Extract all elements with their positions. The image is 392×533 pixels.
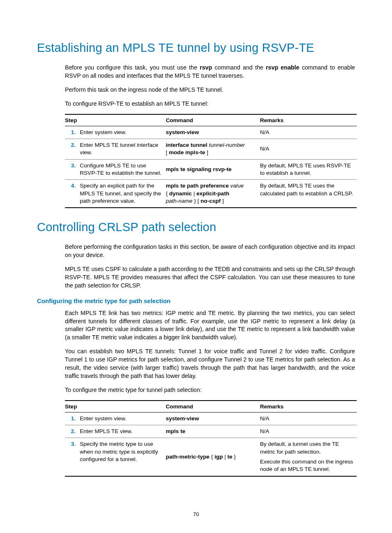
col-header-step: Step xyxy=(65,114,166,126)
cmd-text: [ xyxy=(166,149,169,155)
section-heading-crlsp: Controlling CRLSP path selection xyxy=(37,220,355,234)
step-number: 1. xyxy=(65,126,80,139)
step-desc: Enter system view. xyxy=(80,412,166,425)
step-command: system-view xyxy=(166,126,260,139)
step-desc: Specify the metric type to use when no m… xyxy=(80,438,166,476)
step-desc: Enter MPLS TE view. xyxy=(80,425,166,438)
cmd-keyword: mode mpls-te xyxy=(169,149,205,155)
remark-text: Execute this command on the ingress node… xyxy=(260,459,353,472)
paragraph: MPLS TE uses CSPF to calculate a path ac… xyxy=(65,265,355,290)
cmd-text: ] xyxy=(205,149,208,155)
table-header-row: Step Command Remarks xyxy=(65,114,357,126)
paragraph: To configure the metric type for tunnel … xyxy=(65,386,355,394)
metric-type-steps-table: Step Command Remarks 1. Enter system vie… xyxy=(65,400,357,477)
cmd-text: } [ xyxy=(192,198,201,204)
cmd-keyword: dynamic xyxy=(169,190,192,197)
remark-text: By default, a tunnel uses the TE metric … xyxy=(260,441,339,454)
command-name: rsvp enable xyxy=(266,64,299,71)
paragraph: You can establish two MPLS TE tunnels: T… xyxy=(65,348,355,380)
step-number: 4. xyxy=(65,180,80,208)
text: command and the xyxy=(212,64,266,71)
cmd-text: { xyxy=(210,454,214,460)
cmd-arg: path-name xyxy=(166,198,192,204)
step-command: mpls te path preference value { dynamic … xyxy=(166,180,260,208)
step-remarks: By default, MPLS TE uses the calculated … xyxy=(260,180,357,208)
cmd-text: | xyxy=(223,454,227,460)
table-row: 1. Enter system view. system-view N/A xyxy=(65,126,357,139)
col-header-command: Command xyxy=(166,401,260,412)
step-desc: Enter MPLS TE tunnel interface view. xyxy=(80,139,166,159)
step-command: mpls te xyxy=(166,425,260,438)
step-number: 3. xyxy=(65,159,80,180)
col-header-command: Command xyxy=(166,114,260,126)
col-header-step: Step xyxy=(65,401,166,412)
paragraph: To configure RSVP-TE to establish an MPL… xyxy=(65,100,355,108)
step-command: mpls te signaling rsvp-te xyxy=(166,159,260,180)
table-header-row: Step Command Remarks xyxy=(65,401,357,412)
command-name: rsvp xyxy=(200,64,212,71)
section-heading-rsvp-te: Establishing an MPLS TE tunnel by using … xyxy=(37,41,355,55)
step-command: path-metric-type { igp | te } xyxy=(166,438,260,476)
step-command: interface tunnel tunnel-number [ mode mp… xyxy=(166,139,260,159)
step-remarks: N/A xyxy=(260,139,357,159)
cmd-keyword: interface tunnel xyxy=(166,142,209,148)
step-number: 3. xyxy=(65,438,80,476)
step-desc: Enter system view. xyxy=(80,126,166,139)
col-header-remarks: Remarks xyxy=(260,114,357,126)
table-row: 3. Configure MPLS TE to use RSVP-TE to e… xyxy=(65,159,357,180)
cmd-text: ] xyxy=(221,198,224,204)
step-command: system-view xyxy=(166,412,260,425)
cmd-keyword: te xyxy=(227,454,232,460)
cmd-text: | xyxy=(192,190,196,197)
text: Before you configure this task, you must… xyxy=(65,64,200,71)
step-remarks: N/A xyxy=(260,126,357,139)
cmd-keyword: path-metric-type xyxy=(166,454,210,460)
table-row: 1. Enter system view. system-view N/A xyxy=(65,412,357,425)
col-header-remarks: Remarks xyxy=(260,401,357,412)
step-desc: Configure MPLS TE to use RSVP-TE to esta… xyxy=(80,159,166,180)
step-remarks: N/A xyxy=(260,425,357,438)
cmd-text: { xyxy=(166,190,169,197)
cmd-arg: value xyxy=(231,183,244,189)
step-desc: Specify an explicit path for the MPLS TE… xyxy=(80,180,166,208)
step-number: 2. xyxy=(65,425,80,438)
table-row: 3. Specify the metric type to use when n… xyxy=(65,438,357,476)
cmd-keyword: no-cspf xyxy=(201,198,221,204)
step-remarks: N/A xyxy=(260,412,357,425)
cmd-keyword: explicit-path xyxy=(196,190,229,197)
cmd-text: } xyxy=(233,454,236,460)
subsection-heading-metric-type: Configuring the metric type for path sel… xyxy=(37,297,355,304)
table-row: 4. Specify an explicit path for the MPLS… xyxy=(65,180,357,208)
step-number: 1. xyxy=(65,412,80,425)
page-number: 70 xyxy=(0,511,392,517)
paragraph: Before you configure this task, you must… xyxy=(65,64,355,80)
table-row: 2. Enter MPLS TE view. mpls te N/A xyxy=(65,425,357,438)
step-number: 2. xyxy=(65,139,80,159)
table-row: 2. Enter MPLS TE tunnel interface view. … xyxy=(65,139,357,159)
document-page: Establishing an MPLS TE tunnel by using … xyxy=(0,0,392,533)
rsvp-te-steps-table: Step Command Remarks 1. Enter system vie… xyxy=(65,114,357,209)
paragraph: Perform this task on the ingress node of… xyxy=(65,86,355,94)
step-remarks: By default, a tunnel uses the TE metric … xyxy=(260,438,357,476)
paragraph: Each MPLS TE link has two metrics: IGP m… xyxy=(65,309,355,342)
paragraph: Before performing the configuration task… xyxy=(65,243,355,260)
cmd-arg: tunnel-number xyxy=(209,142,245,148)
cmd-keyword: mpls te path preference xyxy=(166,183,230,189)
cmd-keyword: igp xyxy=(214,454,223,460)
step-remarks: By default, MPLS TE uses RSVP-TE to esta… xyxy=(260,159,357,180)
